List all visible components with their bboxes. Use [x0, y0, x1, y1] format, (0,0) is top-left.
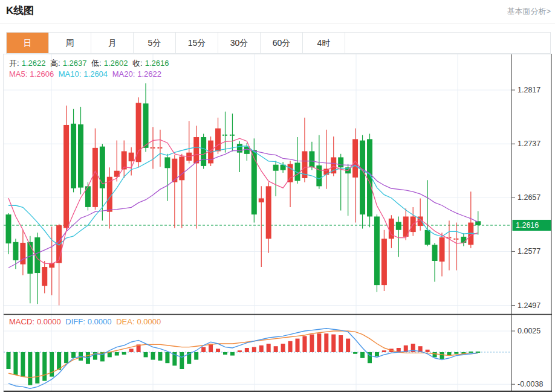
ma20-value: 1.2622	[137, 69, 161, 79]
fundamental-analysis-link[interactable]: 基本面分析>	[507, 6, 551, 17]
ma5-label: MA5:	[9, 69, 27, 79]
high-label: 高:	[50, 59, 60, 68]
macd-value: 0.0000	[37, 317, 61, 326]
dea-value: 0.0000	[137, 317, 161, 326]
tab-week[interactable]: 周	[49, 33, 91, 53]
tab-60min[interactable]: 60分	[261, 33, 303, 53]
diff-label: DIFF:	[65, 317, 85, 326]
svg-text:0.0025: 0.0025	[518, 327, 540, 335]
kline-chart-area[interactable]: 1.28171.27371.26571.25771.24970.0025-0.0…	[3, 54, 552, 392]
page-title: K线图	[6, 4, 34, 18]
svg-text:1.2737: 1.2737	[518, 140, 540, 148]
tabbar-filler	[345, 33, 550, 53]
tab-15min[interactable]: 15分	[176, 33, 218, 53]
tab-day[interactable]: 日	[7, 33, 49, 53]
svg-text:1.2817: 1.2817	[518, 86, 540, 94]
svg-text:1.2497: 1.2497	[518, 301, 540, 310]
close-label: 收:	[132, 59, 143, 68]
tab-month[interactable]: 月	[91, 33, 134, 53]
tab-4hour[interactable]: 4时	[303, 33, 345, 53]
tab-30min[interactable]: 30分	[218, 33, 261, 53]
tab-5min[interactable]: 5分	[134, 33, 176, 53]
svg-text:1.2577: 1.2577	[518, 247, 540, 255]
svg-text:1.2616: 1.2616	[516, 221, 539, 230]
period-tabbar: 日 周 月 5分 15分 30分 60分 4时	[6, 32, 551, 54]
svg-text:1.2657: 1.2657	[518, 193, 540, 202]
ma20-label: MA20:	[112, 69, 135, 79]
ma10-label: MA10:	[59, 69, 82, 79]
high-value: 1.2637	[63, 59, 87, 68]
open-label: 开:	[9, 59, 19, 68]
low-label: 低:	[91, 59, 102, 68]
low-value: 1.2602	[104, 59, 128, 68]
ma-readout: MA5:1.2606 MA10:1.2604 MA20:1.2622	[9, 69, 164, 79]
close-value: 1.2616	[145, 59, 169, 68]
dea-label: DEA:	[116, 317, 134, 326]
macd-readout: MACD:0.0000 DIFF:0.0000 DEA:0.0000	[9, 317, 163, 326]
svg-text:-0.0038: -0.0038	[518, 380, 543, 388]
title-divider	[0, 24, 555, 24]
ma5-value: 1.2606	[30, 69, 54, 79]
macd-label: MACD:	[9, 317, 34, 326]
diff-value: 0.0000	[88, 317, 112, 326]
ohlc-readout: 开:1.2622 高:1.2637 低:1.2602 收:1.2616	[9, 58, 171, 69]
ma10-value: 1.2604	[83, 69, 108, 79]
open-value: 1.2622	[22, 59, 46, 68]
kline-chart[interactable]: 1.28171.27371.26571.25771.24970.0025-0.0…	[4, 54, 552, 392]
